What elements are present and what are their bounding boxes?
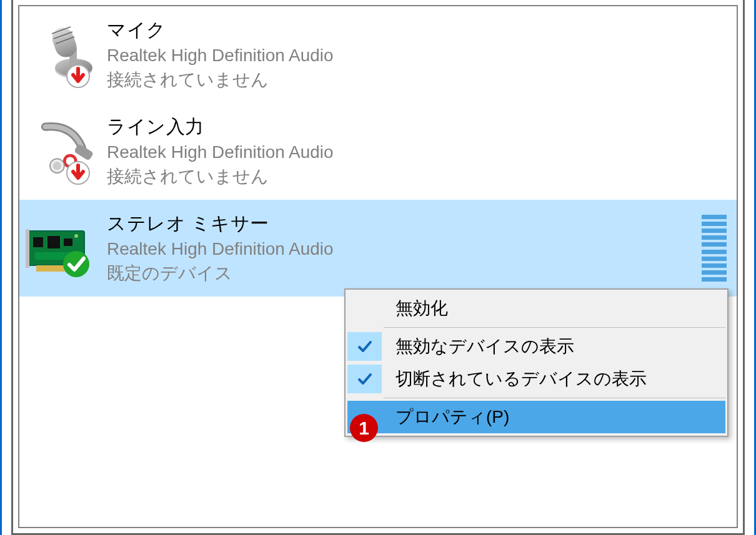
menu-item-label: 無効化 [382, 297, 725, 320]
checkmark-icon [356, 338, 374, 355]
svg-rect-16 [26, 229, 29, 268]
svg-rect-19 [64, 238, 72, 246]
disconnected-badge-icon [66, 160, 91, 185]
device-description: Realtek High Definition Audio [107, 46, 730, 66]
menu-item-show-disabled[interactable]: 無効なデバイスの表示 [347, 330, 725, 363]
default-device-badge-icon [62, 250, 91, 278]
device-name: マイク [107, 17, 730, 43]
device-item-mic[interactable]: マイク Realtek High Definition Audio 接続されてい… [19, 6, 737, 103]
device-description: Realtek High Definition Audio [107, 239, 702, 259]
recording-devices-list[interactable]: マイク Realtek High Definition Audio 接続されてい… [18, 5, 738, 528]
svg-point-24 [63, 251, 89, 277]
context-menu: 無効化 無効なデバイスの表示 切断されているデバイスの表示 プロパティ(P) [344, 288, 729, 437]
disconnected-badge-icon [66, 64, 91, 89]
device-status: 既定のデバイス [107, 262, 702, 285]
svg-point-21 [74, 234, 78, 238]
device-status: 接続されていません [107, 68, 730, 92]
menu-item-properties[interactable]: プロパティ(P) [347, 401, 725, 433]
svg-rect-17 [33, 237, 43, 247]
menu-item-label: 切断されているデバイスの表示 [382, 367, 725, 391]
menu-item-label: プロパティ(P) [382, 405, 725, 429]
svg-rect-18 [47, 236, 60, 248]
level-meter [702, 215, 727, 282]
menu-separator [384, 327, 725, 328]
annotation-callout-1: 1 [350, 414, 378, 442]
menu-separator [384, 398, 725, 398]
device-item-stereo-mixer[interactable]: ステレオ ミキサー Realtek High Definition Audio … [19, 200, 737, 297]
device-name: ステレオ ミキサー [107, 211, 702, 237]
device-name: ライン入力 [107, 114, 730, 140]
menu-item-disable[interactable]: 無効化 [347, 292, 725, 325]
device-item-line-in[interactable]: ライン入力 Realtek High Definition Audio 接続され… [19, 103, 737, 200]
checkmark-icon [356, 370, 374, 388]
svg-point-12 [53, 162, 61, 170]
menu-item-label: 無効なデバイスの表示 [382, 335, 725, 358]
device-status: 接続されていません [107, 165, 730, 189]
menu-item-show-disconnected[interactable]: 切断されているデバイスの表示 [347, 363, 725, 395]
device-description: Realtek High Definition Audio [107, 142, 730, 162]
